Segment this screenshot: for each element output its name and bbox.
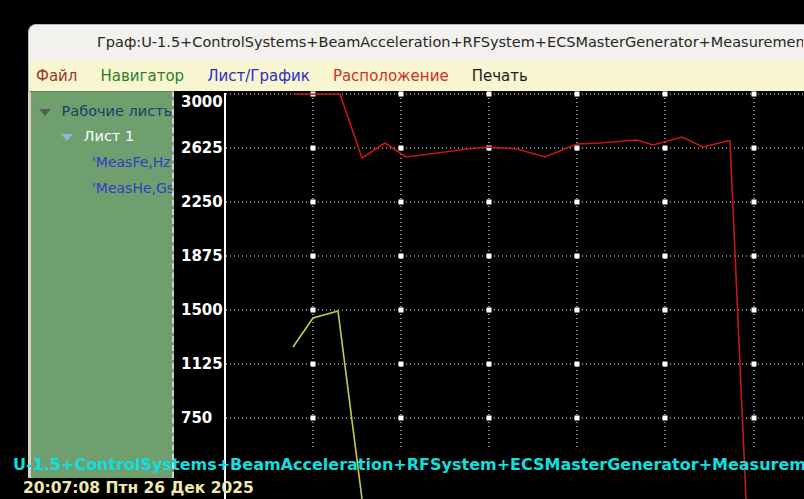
grid-node-marker [399,200,404,205]
grid-node-marker [663,254,668,259]
grid-node-marker [663,416,668,421]
grid-node-marker [752,92,757,97]
grid-node-marker [399,362,404,367]
grid-node-marker [311,146,316,151]
grid-node-marker [487,254,492,259]
grid-node-marker [575,146,580,151]
tree-item-sheet1[interactable]: Лист 1 [61,128,134,144]
status-path-text: U-1.5+ControlSystems+BeamAcceleration+RF… [13,455,804,475]
window-title: Граф:U-1.5+ControlSystems+BeamAccelerati… [97,34,803,50]
chart-canvas [224,91,804,499]
menu-sheet-graph[interactable]: Лист/График [207,61,310,91]
y-tick-label: 1875 [181,247,223,265]
y-tick-label: 2250 [181,193,223,211]
y-tick-label: 3000 [181,93,223,111]
grid-node-marker [663,200,668,205]
grid-node-marker [575,308,580,313]
grid-node-marker [399,254,404,259]
menu-navigator[interactable]: Навигатор [101,61,185,91]
grid-node-marker [752,362,757,367]
tree-item-label: 'MeasHe,Gs'= [92,180,172,196]
grid-node-marker [487,308,492,313]
grid-node-marker [752,200,757,205]
worksheet-tree-panel: Рабочие листы Лист 1 'MeasFe,Hz'= 'MeasH… [28,91,175,478]
grid-node-marker [399,308,404,313]
y-tick-label: 750 [181,409,212,427]
y-tick-label: 1500 [181,301,223,319]
grid-node-marker [575,416,580,421]
chart-plot-area[interactable] [224,91,804,499]
y-axis-labels: 300026252250187515001125750 [174,91,224,499]
y-tick-label: 2625 [181,139,223,157]
grid-node-marker [752,254,757,259]
tree-expand-icon[interactable] [61,134,73,141]
grid-node-marker [399,146,404,151]
status-timestamp: 20:07:08 Птн 26 Дек 2025 [23,479,254,498]
grid-node-marker [311,308,316,313]
grid-node-marker [487,200,492,205]
menu-layout[interactable]: Расположение [333,61,449,91]
grid-node-marker [311,200,316,205]
grid-node-marker [487,362,492,367]
grid-node-marker [311,254,316,259]
tree-item-label: Лист 1 [84,128,135,144]
grid-node-marker [663,308,668,313]
grid-node-marker [399,92,404,97]
grid-node-marker [663,362,668,367]
grid-node-marker [752,308,757,313]
grid-node-marker [663,92,668,97]
grid-node-marker [311,416,316,421]
menu-file[interactable]: Файл [36,61,77,91]
grid-node-marker [311,362,316,367]
desktop: { "window": { "title": "Граф:U-1.5+Contr… [0,0,804,499]
menu-print[interactable]: Печать [472,61,528,91]
tree-item-meashe[interactable]: 'MeasHe,Gs'= [92,180,172,196]
y-axis-line [224,93,226,499]
window-titlebar[interactable]: Граф:U-1.5+ControlSystems+BeamAccelerati… [28,24,804,62]
tree-item-measfe[interactable]: 'MeasFe,Hz'= [92,154,172,170]
tree-expand-icon[interactable] [39,109,51,116]
grid-node-marker [399,416,404,421]
grid-node-marker [575,92,580,97]
grid-node-marker [575,362,580,367]
tree-item-worksheets[interactable]: Рабочие листы [39,103,175,119]
grid-node-marker [663,146,668,151]
grid-node-marker [575,200,580,205]
menu-bar: Файл Навигатор Лист/График Расположение … [28,61,804,92]
grid-node-marker [752,146,757,151]
grid-node-marker [487,92,492,97]
series-line-measfe-hz [294,94,746,499]
y-tick-label: 1125 [181,355,223,373]
tree-item-label: Рабочие листы [62,103,175,119]
tree-item-label: 'MeasFe,Hz'= [92,154,172,170]
grid-node-marker [575,254,580,259]
grid-node-marker [487,416,492,421]
grid-node-marker [752,416,757,421]
